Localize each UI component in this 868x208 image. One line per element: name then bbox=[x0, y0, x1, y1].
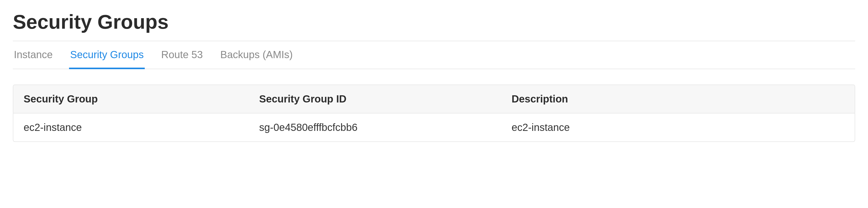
page-title: Security Groups bbox=[13, 10, 855, 34]
security-groups-table: Security Group Security Group ID Descrip… bbox=[13, 85, 855, 141]
tab-instance[interactable]: Instance bbox=[13, 41, 54, 69]
tab-route-53[interactable]: Route 53 bbox=[160, 41, 204, 69]
security-groups-table-wrap: Security Group Security Group ID Descrip… bbox=[13, 84, 855, 142]
col-header-security-group-id: Security Group ID bbox=[249, 85, 501, 113]
col-header-security-group: Security Group bbox=[13, 85, 249, 113]
cell-description: ec2-instance bbox=[501, 113, 855, 141]
table-header-row: Security Group Security Group ID Descrip… bbox=[13, 85, 855, 113]
tab-backups-amis[interactable]: Backups (AMIs) bbox=[219, 41, 293, 69]
cell-security-group-name: ec2-instance bbox=[13, 113, 249, 141]
cell-security-group-id: sg-0e4580efffbcfcbb6 bbox=[249, 113, 501, 141]
table-row: ec2-instance sg-0e4580efffbcfcbb6 ec2-in… bbox=[13, 113, 855, 141]
tab-bar: Instance Security Groups Route 53 Backup… bbox=[13, 41, 855, 69]
tab-security-groups[interactable]: Security Groups bbox=[69, 41, 145, 69]
col-header-description: Description bbox=[501, 85, 855, 113]
